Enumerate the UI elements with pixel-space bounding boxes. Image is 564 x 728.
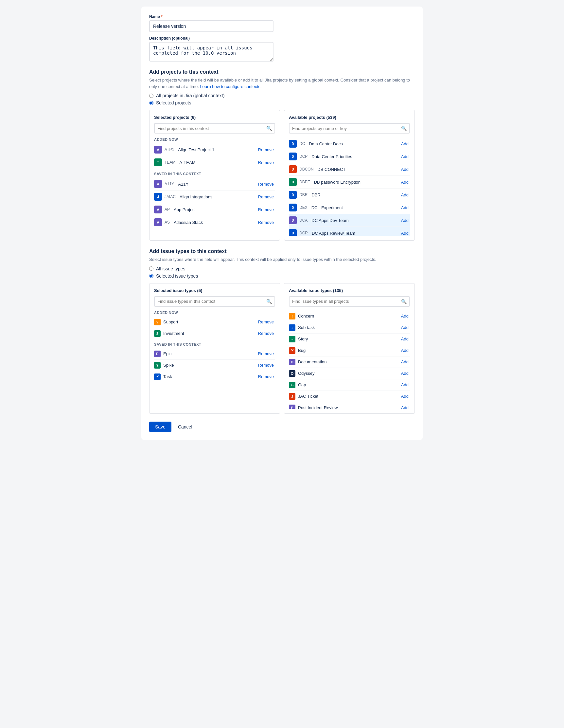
add-dc-button[interactable]: Add	[400, 141, 410, 146]
radio-selected-issue-types-input[interactable]	[149, 274, 154, 278]
project-row-atp1: A ATP1 Align Test Project 1 Remove	[154, 143, 275, 156]
add-jacticket-button[interactable]: Add	[400, 394, 410, 399]
projects-radio-group: All projects in Jira (global context) Se…	[149, 93, 415, 105]
selected-projects-title: Selected projects (6)	[154, 115, 275, 120]
radio-selected-projects[interactable]: Selected projects	[149, 100, 415, 105]
add-dbpe-button[interactable]: Add	[400, 180, 410, 185]
available-issue-types-search-box[interactable]: 🔍	[289, 296, 410, 307]
project-row-team: T TEAM A-TEAM Remove	[154, 156, 275, 169]
remove-task-button[interactable]: Remove	[257, 374, 275, 379]
issue-types-section-title: Add issue types to this context	[149, 248, 415, 254]
add-odyssey-button[interactable]: Add	[400, 371, 410, 376]
search-icon-2: 🔍	[401, 126, 407, 131]
description-input[interactable]: This field will appear in all issues com…	[149, 42, 274, 62]
remove-ap-button[interactable]: Remove	[257, 207, 275, 212]
selected-issue-types-title: Selected issue types (5)	[154, 288, 275, 293]
available-issue-types-list: ! Concern Add ↓ Sub-task Add	[289, 311, 410, 409]
avail-issue-concern: ! Concern Add	[289, 311, 410, 322]
search-icon-4: 🔍	[401, 299, 407, 304]
remove-spike-button[interactable]: Remove	[257, 363, 275, 368]
issue-row-task: ✓ Task Remove	[154, 371, 275, 382]
add-bug-button[interactable]: Add	[400, 348, 410, 353]
available-projects-list: D DC Data Center Docs Add D DCP Data Cen…	[289, 137, 410, 236]
avail-issue-odyssey: O Odyssey Add	[289, 368, 410, 379]
radio-all-projects-input[interactable]	[149, 94, 154, 98]
available-projects-search-input[interactable]	[292, 126, 399, 131]
avail-icon-documentation: D	[289, 359, 295, 365]
issue-types-section-desc: Select issue types where the field will …	[149, 256, 415, 263]
add-gap-button[interactable]: Add	[400, 382, 410, 387]
add-documentation-button[interactable]: Add	[400, 359, 410, 364]
project-icon-team: T	[154, 158, 162, 166]
radio-all-issue-types[interactable]: All issue types	[149, 266, 415, 271]
issue-added-now-label: ADDED NOW	[154, 311, 275, 315]
projects-section-desc: Select projects where the field will be …	[149, 77, 415, 90]
selected-issue-types-search-box[interactable]: 🔍	[154, 296, 275, 307]
remove-epic-button[interactable]: Remove	[257, 351, 275, 356]
add-postincident-button[interactable]: Add	[400, 405, 410, 409]
add-dbcon-button[interactable]: Add	[400, 167, 410, 172]
avail-icon-dbr: D	[289, 191, 297, 199]
remove-investment-button[interactable]: Remove	[257, 331, 275, 336]
remove-atp1-button[interactable]: Remove	[257, 147, 275, 152]
added-now-label: ADDED NOW	[154, 137, 275, 141]
remove-a11y-button[interactable]: Remove	[257, 182, 275, 187]
add-concern-button[interactable]: Add	[400, 314, 410, 319]
avail-icon-concern: !	[289, 313, 295, 319]
add-dcp-button[interactable]: Add	[400, 154, 410, 159]
project-icon-as: A	[154, 218, 162, 226]
selected-projects-search-box[interactable]: 🔍	[154, 123, 275, 134]
add-dcr-button[interactable]: Add	[400, 231, 410, 236]
avail-issue-story: → Story Add	[289, 334, 410, 345]
available-issue-types-title: Available issue types (135)	[289, 288, 410, 293]
available-projects-search-box[interactable]: 🔍	[289, 123, 410, 134]
available-projects-title: Available projects (539)	[289, 115, 410, 120]
save-button[interactable]: Save	[149, 422, 172, 432]
radio-all-issue-types-input[interactable]	[149, 266, 154, 271]
available-projects-panel: Available projects (539) 🔍 D DC Data Cen…	[284, 110, 415, 241]
avail-icon-odyssey: O	[289, 370, 295, 377]
avail-icon-dex: D	[289, 204, 297, 211]
issue-icon-support: ?	[154, 319, 161, 325]
saved-in-context-label: SAVED IN THIS CONTEXT	[154, 172, 275, 176]
add-dex-button[interactable]: Add	[400, 205, 410, 210]
project-icon-ap: A	[154, 206, 162, 213]
issue-types-section: Add issue types to this context Select i…	[149, 248, 415, 414]
learn-link[interactable]: Learn how to configure contexts.	[200, 84, 262, 89]
avail-icon-dc: D	[289, 140, 297, 148]
cancel-button[interactable]: Cancel	[175, 422, 196, 432]
radio-selected-issue-types[interactable]: Selected issue types	[149, 273, 415, 279]
avail-icon-bug: ✕	[289, 347, 295, 354]
radio-selected-projects-input[interactable]	[149, 101, 154, 105]
available-issue-types-search-input[interactable]	[292, 299, 399, 304]
selected-projects-search-input[interactable]	[157, 126, 264, 131]
name-label: Name *	[149, 14, 415, 19]
name-input[interactable]	[149, 20, 274, 32]
main-form-card: Name * Description (optional) This field…	[141, 7, 423, 440]
issue-types-dual-panel: Selected issue types (5) 🔍 ADDED NOW ? S…	[149, 283, 415, 414]
avail-icon-dbcon: D	[289, 165, 297, 173]
remove-support-button[interactable]: Remove	[257, 319, 275, 324]
remove-jaiac-button[interactable]: Remove	[257, 194, 275, 199]
footer-actions: Save Cancel	[149, 422, 415, 432]
avail-project-dcr: D DCR DC Apps Review Team Add	[289, 227, 410, 236]
radio-all-projects[interactable]: All projects in Jira (global context)	[149, 93, 415, 98]
selected-issue-types-search-input[interactable]	[157, 299, 264, 304]
avail-project-dex: D DEX DC - Experiment Add	[289, 201, 410, 214]
available-issue-types-panel: Available issue types (135) 🔍 ! Concern …	[284, 283, 415, 414]
issue-icon-spike: ?	[154, 362, 161, 369]
avail-icon-dcr: D	[289, 229, 297, 236]
avail-project-dbr: D DBR DBR Add	[289, 189, 410, 201]
issue-row-investment: $ Investment Remove	[154, 328, 275, 339]
add-dca-button[interactable]: Add	[400, 218, 410, 223]
add-subtask-button[interactable]: Add	[400, 325, 410, 330]
avail-icon-gap: G	[289, 382, 295, 388]
add-dbr-button[interactable]: Add	[400, 192, 410, 197]
add-story-button[interactable]: Add	[400, 337, 410, 341]
avail-icon-story: →	[289, 336, 295, 342]
remove-team-button[interactable]: Remove	[257, 160, 275, 165]
project-row-as: A AS Atlassian Stack Remove	[154, 216, 275, 228]
avail-icon-dcp: D	[289, 153, 297, 160]
remove-as-button[interactable]: Remove	[257, 220, 275, 225]
description-label: Description (optional)	[149, 36, 415, 41]
